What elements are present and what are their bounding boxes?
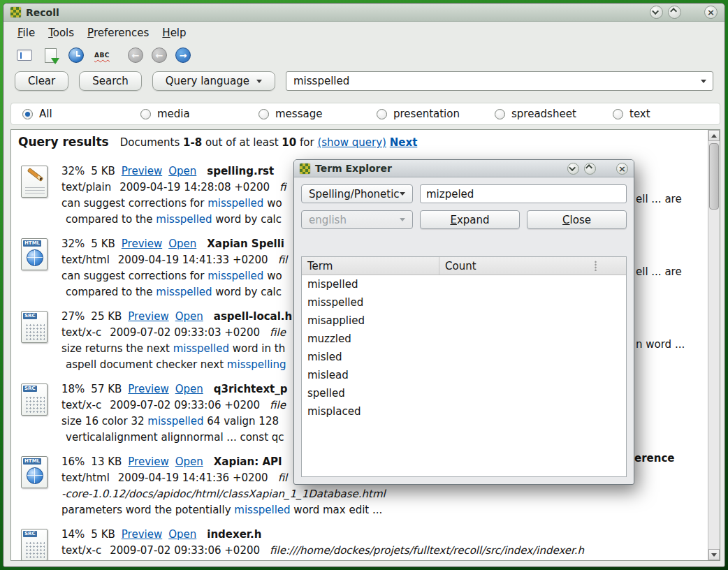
term-row[interactable]: misspelled bbox=[302, 293, 626, 312]
preview-link[interactable]: Preview bbox=[122, 528, 162, 541]
open-link[interactable]: Open bbox=[168, 528, 196, 541]
open-link[interactable]: Open bbox=[175, 310, 203, 323]
term-row[interactable]: misapplied bbox=[302, 312, 626, 330]
clear-search-field-button[interactable] bbox=[15, 45, 34, 65]
highlighted-term: misspelled bbox=[156, 213, 212, 226]
radio-all[interactable] bbox=[22, 109, 33, 119]
radio-message[interactable] bbox=[259, 109, 269, 119]
filter-item-message[interactable]: message bbox=[247, 108, 365, 120]
mime-type: text/html bbox=[61, 472, 110, 484]
save-results-button[interactable] bbox=[41, 45, 60, 65]
file-size: 5 KB bbox=[91, 528, 115, 541]
results-scrollbar[interactable] bbox=[708, 130, 720, 560]
result-date: 2009-04-19 14:28:08 +0200 bbox=[119, 181, 270, 193]
term-cell: misspelled bbox=[302, 296, 439, 309]
term-table-header[interactable]: Term Count bbox=[302, 257, 626, 275]
abstract-text: wo bbox=[263, 270, 282, 282]
search-button[interactable]: Search bbox=[79, 71, 142, 91]
menu-item-tools[interactable]: Tools bbox=[48, 27, 74, 39]
scroll-down-icon bbox=[711, 553, 717, 557]
result-title: indexer.h bbox=[207, 528, 261, 541]
highlighted-term: misspelled bbox=[156, 286, 212, 298]
desktop-background: Recoll × FileToolsPreferencesHelp ABC ← … bbox=[0, 0, 728, 570]
document-type-filter-bar: Allmediamessagepresentationspreadsheette… bbox=[10, 103, 720, 125]
dialog-close-button[interactable]: × bbox=[616, 163, 628, 175]
scrollbar-thumb[interactable] bbox=[709, 143, 719, 210]
shade-button[interactable] bbox=[650, 6, 663, 19]
open-link[interactable]: Open bbox=[168, 238, 196, 250]
term-input[interactable] bbox=[420, 184, 627, 203]
file-size: 5 KB bbox=[91, 238, 115, 250]
dropdown-arrow-icon bbox=[701, 80, 706, 83]
radio-presentation[interactable] bbox=[377, 109, 387, 119]
dialog-body: Spelling/Phonetic english Expand Close T… bbox=[294, 177, 634, 484]
preview-link[interactable]: Preview bbox=[122, 238, 162, 250]
close-button[interactable]: Close bbox=[527, 210, 627, 229]
term-row[interactable]: misplaced bbox=[302, 402, 626, 421]
expand-button[interactable]: Expand bbox=[420, 210, 520, 229]
term-row[interactable]: mispelled bbox=[302, 275, 626, 293]
radio-text[interactable] bbox=[613, 109, 623, 119]
query-language-select[interactable]: Query language bbox=[152, 71, 275, 91]
filter-item-presentation[interactable]: presentation bbox=[365, 108, 483, 120]
query-history-button[interactable] bbox=[66, 45, 86, 65]
dialog-shade-button[interactable] bbox=[567, 163, 579, 175]
menu-item-help[interactable]: Help bbox=[162, 27, 186, 39]
next-page-button[interactable]: → bbox=[175, 48, 191, 63]
documents-label: Documents bbox=[120, 136, 180, 149]
next-link[interactable]: Next bbox=[390, 136, 418, 149]
menu-item-file[interactable]: File bbox=[17, 27, 35, 39]
highlighted-term: misspelled bbox=[173, 342, 229, 355]
clear-button[interactable]: Clear bbox=[15, 71, 68, 91]
term-explorer-button[interactable]: ABC bbox=[92, 45, 112, 65]
language-select: english bbox=[301, 210, 413, 229]
result-title: aspell-local.h bbox=[214, 310, 292, 323]
result-lines: 14%5 KBPreviewOpenindexer.htext/x-c2009-… bbox=[61, 527, 705, 559]
abstract-text: can suggest corrections for bbox=[61, 197, 208, 210]
open-link[interactable]: Open bbox=[175, 455, 203, 468]
close-window-button[interactable]: × bbox=[704, 6, 718, 19]
term-cell: muzzled bbox=[302, 332, 439, 345]
filter-item-spreadsheet[interactable]: spreadsheet bbox=[483, 108, 602, 120]
term-row[interactable]: misled bbox=[302, 348, 626, 366]
filter-label: text bbox=[629, 108, 650, 120]
chevron-down-icon bbox=[652, 8, 659, 15]
first-page-button[interactable]: ← bbox=[128, 48, 143, 63]
scroll-down-button[interactable] bbox=[708, 549, 720, 560]
filter-item-text[interactable]: text bbox=[602, 108, 720, 120]
query-input[interactable] bbox=[286, 75, 713, 87]
open-link[interactable]: Open bbox=[168, 165, 196, 177]
radio-media[interactable] bbox=[140, 109, 151, 119]
unshade-button[interactable] bbox=[668, 6, 681, 19]
dialog-unshade-button[interactable] bbox=[584, 163, 596, 175]
preview-link[interactable]: Preview bbox=[128, 455, 168, 468]
text-lines-icon bbox=[25, 187, 45, 196]
query-combobox[interactable] bbox=[286, 71, 713, 91]
term-row[interactable]: mislead bbox=[302, 366, 626, 384]
chevron-down-icon bbox=[569, 164, 576, 171]
close-icon: × bbox=[707, 8, 715, 17]
html-label: HTML bbox=[23, 458, 41, 465]
result-line-1: 14%5 KBPreviewOpenindexer.h bbox=[61, 527, 705, 543]
green-arrow-icon bbox=[51, 58, 59, 64]
relevance-percent: 14% bbox=[61, 528, 85, 541]
menu-item-preferences[interactable]: Preferences bbox=[87, 27, 149, 39]
show-query-link[interactable]: (show query) bbox=[317, 136, 386, 149]
term-row[interactable]: spelled bbox=[302, 384, 626, 402]
open-link[interactable]: Open bbox=[175, 383, 203, 395]
expansion-mode-select[interactable]: Spelling/Phonetic bbox=[301, 184, 413, 203]
radio-spreadsheet[interactable] bbox=[495, 109, 505, 119]
dialog-titlebar[interactable]: Term Explorer × bbox=[294, 160, 634, 177]
prev-page-button[interactable]: ← bbox=[152, 48, 167, 63]
filter-label: message bbox=[275, 108, 322, 120]
relevance-percent: 32% bbox=[61, 238, 85, 250]
term-row[interactable]: muzzled bbox=[302, 330, 626, 348]
titlebar[interactable]: Recoll × bbox=[3, 3, 725, 22]
filter-item-all[interactable]: All bbox=[11, 108, 129, 120]
recoll-app-icon bbox=[300, 163, 310, 174]
filter-item-media[interactable]: media bbox=[129, 108, 247, 120]
preview-link[interactable]: Preview bbox=[122, 165, 162, 177]
preview-link[interactable]: Preview bbox=[128, 383, 168, 395]
scroll-up-button[interactable] bbox=[708, 130, 720, 141]
preview-link[interactable]: Preview bbox=[128, 310, 168, 323]
